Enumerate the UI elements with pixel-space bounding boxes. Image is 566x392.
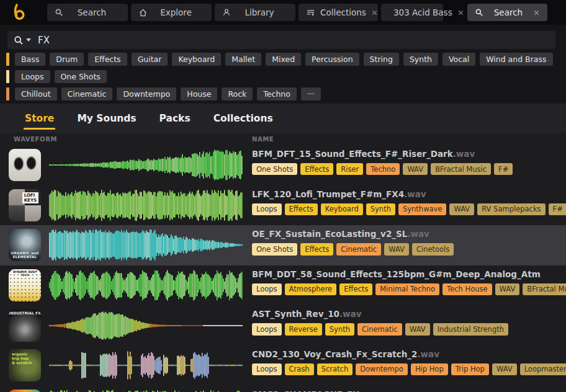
tag-effects[interactable]: Effects: [339, 283, 372, 295]
pack-artwork-thumbnail[interactable]: ORGANIC and ELEMENTAL: [9, 229, 41, 261]
close-icon[interactable]: [533, 9, 540, 16]
filter-chip-more[interactable]: ···: [301, 87, 321, 101]
tag-rv-samplepacks[interactable]: RV Samplepacks: [477, 203, 545, 215]
tab-collections-nav[interactable]: Collections: [299, 4, 378, 21]
tag-reverse[interactable]: Reverse: [285, 323, 322, 335]
tag-effects[interactable]: Effects: [285, 203, 318, 215]
tag-f[interactable]: F#: [549, 203, 566, 215]
tag-minimal-techno[interactable]: Minimal Techno: [375, 283, 439, 295]
tag-one-shots[interactable]: One Shots: [252, 243, 297, 255]
filter-chip-rock[interactable]: Rock: [222, 87, 253, 101]
sample-row[interactable]: LOFI KEYS LFK_120_Lofi_Trumpet_F#m_FX4.w…: [0, 185, 566, 226]
waveform[interactable]: [49, 228, 243, 262]
filter-chip-downtempo[interactable]: Downtempo: [117, 87, 176, 101]
filter-chip-keyboard[interactable]: Keyboard: [172, 53, 221, 66]
filter-chip-mixed[interactable]: Mixed: [266, 53, 301, 66]
filter-chip-percussion[interactable]: Percussion: [305, 53, 359, 66]
filter-chip-cinematic[interactable]: Cinematic: [61, 87, 113, 101]
tag-wav[interactable]: WAV: [492, 363, 517, 375]
tag-techno[interactable]: Techno: [366, 163, 400, 175]
tag-synth[interactable]: Synth: [366, 203, 395, 215]
sample-row[interactable]: organic trip hop & scratch CND2_130_Voy_…: [0, 345, 566, 386]
pack-artwork-thumbnail[interactable]: organic trip hop & scratch: [9, 349, 41, 381]
waveform[interactable]: [49, 348, 243, 383]
search-bar[interactable]: [7, 31, 555, 49]
tag-bfractal-music[interactable]: BFractal Music: [523, 283, 566, 295]
tag-loops[interactable]: Loops: [252, 283, 282, 295]
tag-f[interactable]: F#: [494, 163, 513, 175]
tag-crash[interactable]: Crash: [285, 363, 314, 375]
waveform[interactable]: [49, 188, 243, 223]
tag-scratch[interactable]: Scratch: [317, 363, 353, 375]
pack-artwork-thumbnail[interactable]: LOFI KEYS: [9, 189, 41, 221]
tab-303-acid-bass[interactable]: 303 Acid Bass: [381, 4, 443, 21]
pack-artwork-thumbnail[interactable]: [9, 149, 41, 181]
tag-keyboard[interactable]: Keyboard: [321, 203, 363, 215]
sample-row[interactable]: BFM_DFT_15_Sound_Effects_F#_Riser_Dark.w…: [0, 145, 566, 185]
tab-my-sounds[interactable]: My Sounds: [77, 113, 136, 124]
tag-trip-hop[interactable]: Trip Hop: [451, 363, 489, 375]
tag-cinematic[interactable]: Cinematic: [336, 243, 381, 255]
tag-hip-hop[interactable]: Hip Hop: [411, 363, 448, 375]
tag-loopmasters[interactable]: Loopmasters: [520, 363, 566, 375]
sample-row[interactable]: ORGANIC and ELEMENTAL OE_FX_Sustain_EcoL…: [0, 225, 566, 265]
tab-library[interactable]: Library: [215, 4, 295, 21]
tag-downtempo[interactable]: Downtempo: [356, 363, 408, 375]
waveform[interactable]: [49, 268, 243, 303]
filter-chip-drum[interactable]: Drum: [50, 53, 84, 66]
tag-wav[interactable]: WAV: [384, 243, 409, 255]
filter-chip-guitar[interactable]: Guitar: [132, 53, 168, 66]
filter-chip-string[interactable]: String: [364, 53, 399, 66]
tag-bfractal-music[interactable]: BFractal Music: [431, 163, 491, 175]
close-icon[interactable]: [457, 9, 464, 16]
tag-cinematic[interactable]: Cinematic: [357, 323, 402, 335]
tag-atmosphere[interactable]: Atmosphere: [285, 283, 337, 295]
filter-chip-mallet[interactable]: Mallet: [225, 53, 261, 66]
filter-chip-one-shots[interactable]: One Shots: [55, 70, 107, 84]
tag-wav[interactable]: WAV: [405, 323, 430, 335]
filter-chip-house[interactable]: House: [181, 87, 217, 101]
filter-chip-synth[interactable]: Synth: [403, 53, 438, 66]
tag-synthwave[interactable]: Synthwave: [398, 203, 447, 215]
close-icon[interactable]: [371, 9, 378, 16]
tag-wav[interactable]: WAV: [449, 203, 474, 215]
tag-wav[interactable]: WAV: [495, 283, 520, 295]
tag-one-shots[interactable]: One Shots: [252, 163, 297, 175]
tag-cinetools[interactable]: Cinetools: [412, 243, 454, 255]
search-icon[interactable]: [14, 35, 24, 45]
tag-synth[interactable]: Synth: [325, 323, 354, 335]
filter-chip-effects[interactable]: Effects: [88, 53, 127, 66]
waveform[interactable]: [49, 308, 243, 343]
filter-chip-bass[interactable]: Bass: [15, 53, 45, 66]
search-scope-caret-icon[interactable]: [26, 38, 31, 42]
tab-search-active[interactable]: Search: [467, 4, 547, 21]
search-input[interactable]: [37, 34, 549, 47]
pack-artwork-thumbnail[interactable]: DYNAMIC DEEP TECH: [9, 269, 41, 301]
tab-store[interactable]: Store: [25, 113, 54, 124]
filter-chip-chillout[interactable]: Chillout: [15, 87, 57, 101]
sample-row[interactable]: DYNAMIC DEEP TECH BFM_DDT_58_Sound_Effec…: [0, 265, 566, 306]
waveform[interactable]: [49, 148, 243, 182]
tag-effects[interactable]: Effects: [300, 163, 333, 175]
waveform[interactable]: [49, 388, 243, 392]
tab-explore[interactable]: Explore: [131, 4, 212, 21]
tag-riser[interactable]: Riser: [336, 163, 363, 175]
tag-loops[interactable]: Loops: [252, 203, 282, 215]
filter-chip-techno[interactable]: Techno: [257, 87, 297, 101]
tag-wav[interactable]: WAV: [403, 163, 428, 175]
tag-industrial-strength[interactable]: Industrial Strength: [433, 323, 508, 335]
filter-chip-wind-and-brass[interactable]: Wind and Brass: [480, 53, 552, 66]
tag-loops[interactable]: Loops: [252, 323, 282, 335]
pack-artwork-thumbnail[interactable]: [9, 390, 41, 392]
tag-effects[interactable]: Effects: [300, 243, 333, 255]
filter-chip-loops[interactable]: Loops: [15, 70, 50, 84]
tab-search-nav[interactable]: Search: [47, 4, 128, 21]
sample-row[interactable]: SMG2_CHAMPAGNE_FX.wav: [0, 386, 566, 392]
loopcloud-logo-icon[interactable]: [10, 3, 29, 22]
tab-collections-view[interactable]: Collections: [213, 113, 273, 124]
sample-row[interactable]: INDUSTRIAL FX AST_Synth_Rev_10.wav Loops…: [0, 305, 566, 345]
tag-tech-house[interactable]: Tech House: [442, 283, 492, 295]
filter-chip-vocal[interactable]: Vocal: [442, 53, 475, 66]
tag-loops[interactable]: Loops: [252, 363, 282, 375]
tab-packs[interactable]: Packs: [159, 113, 191, 124]
